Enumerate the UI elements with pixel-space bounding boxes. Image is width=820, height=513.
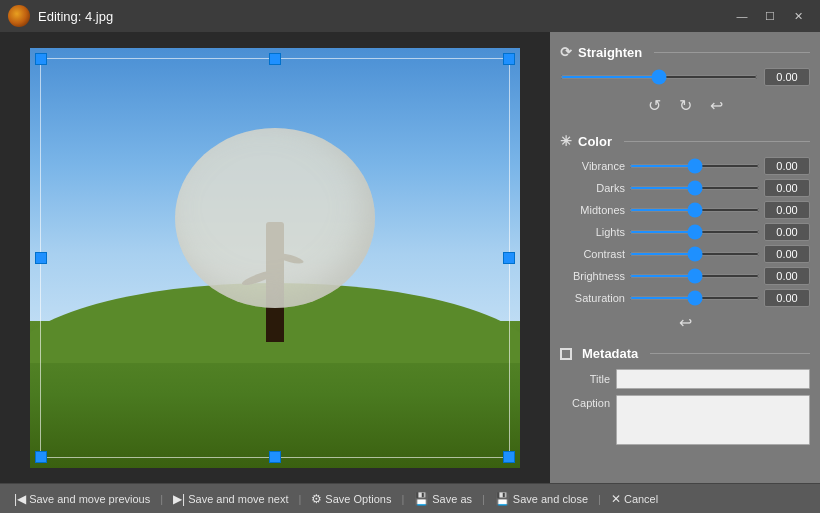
straighten-slider[interactable] [560,75,758,79]
brightness-value[interactable] [764,267,810,285]
contrast-label: Contrast [560,248,625,260]
darks-row: Darks [560,179,810,197]
save-close-button[interactable]: 💾 Save and close [489,490,594,508]
saturation-value[interactable] [764,289,810,307]
vibrance-label: Vibrance [560,160,625,172]
lights-label: Lights [560,226,625,238]
save-close-icon: 💾 [495,492,510,506]
caption-row: Caption [560,395,810,445]
image-canvas [30,48,520,468]
caption-input[interactable] [616,395,810,445]
saturation-label: Saturation [560,292,625,304]
title-label: Title [560,373,610,385]
save-as-label: Save as [432,493,472,505]
contrast-value[interactable] [764,245,810,263]
straighten-icon: ⟳ [560,44,572,60]
app-icon [8,5,30,27]
minimize-button[interactable]: — [728,2,756,30]
metadata-label: Metadata [582,346,638,361]
straighten-section: ⟳ Straighten ↺ ↻ ↩ [550,40,820,129]
brightness-slider[interactable] [629,274,760,278]
color-icon: ✳ [560,133,572,149]
sep5: | [598,493,601,505]
straighten-label: Straighten [578,45,642,60]
vibrance-value[interactable] [764,157,810,175]
save-prev-icon: |◀ [14,492,26,506]
vibrance-row: Vibrance [560,157,810,175]
crop-handle-lm[interactable] [35,252,47,264]
save-as-button[interactable]: 💾 Save as [408,490,478,508]
straighten-slider-row [560,68,810,86]
cancel-label: Cancel [624,493,658,505]
save-move-prev-button[interactable]: |◀ Save and move previous [8,490,156,508]
crop-overlay [40,58,510,458]
color-divider [624,141,810,142]
straighten-header: ⟳ Straighten [560,44,810,60]
cancel-button[interactable]: ✕ Cancel [605,490,664,508]
vibrance-slider[interactable] [629,164,760,168]
straighten-value[interactable] [764,68,810,86]
crop-handle-br[interactable] [503,451,515,463]
crop-handle-bl[interactable] [35,451,47,463]
contrast-slider[interactable] [629,252,760,256]
title-bar: Editing: 4.jpg — ☐ ✕ [0,0,820,32]
rotate-left-button[interactable]: ↺ [644,94,665,117]
straighten-reset-button[interactable]: ↩ [706,94,727,117]
metadata-divider [650,353,810,354]
save-next-label: Save and move next [188,493,288,505]
caption-label: Caption [560,395,610,409]
color-label: Color [578,134,612,149]
crop-handle-tl[interactable] [35,53,47,65]
lights-slider[interactable] [629,230,760,234]
image-area [0,32,550,483]
save-move-next-button[interactable]: ▶| Save and move next [167,490,294,508]
brightness-label: Brightness [560,270,625,282]
color-reset-button[interactable]: ↩ [675,311,696,334]
sep1: | [160,493,163,505]
sep2: | [298,493,301,505]
darks-value[interactable] [764,179,810,197]
straighten-rotation-icons: ↺ ↻ ↩ [560,94,810,117]
crop-handle-bm[interactable] [269,451,281,463]
sep4: | [482,493,485,505]
rotate-right-button[interactable]: ↻ [675,94,696,117]
contrast-row: Contrast [560,245,810,263]
lights-row: Lights [560,223,810,241]
metadata-section: Metadata Title Caption [550,342,820,459]
color-reset-row: ↩ [560,311,810,334]
save-options-icon: ⚙ [311,492,322,506]
midtones-label: Midtones [560,204,625,216]
brightness-row: Brightness [560,267,810,285]
close-button[interactable]: ✕ [784,2,812,30]
midtones-row: Midtones [560,201,810,219]
save-close-label: Save and close [513,493,588,505]
maximize-button[interactable]: ☐ [756,2,784,30]
save-options-button[interactable]: ⚙ Save Options [305,490,397,508]
right-panel: ⟳ Straighten ↺ ↻ ↩ ✳ Color V [550,32,820,483]
midtones-slider[interactable] [629,208,760,212]
bottom-toolbar: |◀ Save and move previous | ▶| Save and … [0,483,820,513]
title-input[interactable] [616,369,810,389]
metadata-checkbox-icon [560,348,572,360]
save-options-label: Save Options [325,493,391,505]
crop-handle-tr[interactable] [503,53,515,65]
sep3: | [401,493,404,505]
midtones-value[interactable] [764,201,810,219]
save-as-icon: 💾 [414,492,429,506]
main-content: ⟳ Straighten ↺ ↻ ↩ ✳ Color V [0,32,820,483]
save-next-icon: ▶| [173,492,185,506]
cancel-icon: ✕ [611,492,621,506]
color-header: ✳ Color [560,133,810,149]
crop-handle-rm[interactable] [503,252,515,264]
photo-display [30,48,520,468]
straighten-divider [654,52,810,53]
crop-handle-tm[interactable] [269,53,281,65]
lights-value[interactable] [764,223,810,241]
darks-label: Darks [560,182,625,194]
window-title: Editing: 4.jpg [38,9,728,24]
title-row: Title [560,369,810,389]
saturation-row: Saturation [560,289,810,307]
color-section: ✳ Color Vibrance Darks Midtones [550,129,820,342]
saturation-slider[interactable] [629,296,760,300]
darks-slider[interactable] [629,186,760,190]
